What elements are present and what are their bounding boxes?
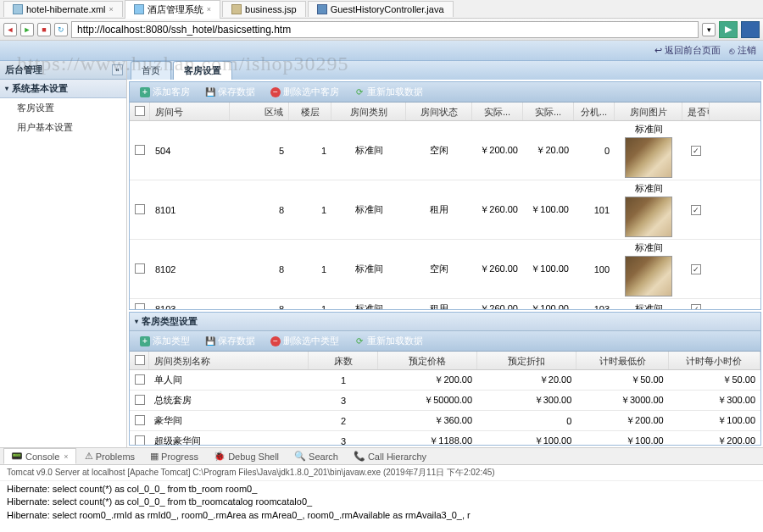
col-type[interactable]: 房间类别 [331,103,406,120]
progress-tab[interactable]: ▦ Progress [143,449,205,463]
col-room-num[interactable]: 房间号 [150,103,230,120]
delete-categories-button[interactable]: −删除选中类型 [264,333,346,349]
tab-hotel-system[interactable]: 酒店管理系统× [125,0,220,19]
cell-floor: 1 [289,261,331,278]
dropdown-button[interactable]: ▾ [702,23,716,36]
col-ext[interactable]: 分机... [574,103,615,120]
debug-shell-tab[interactable]: 🐞 Debug Shell [207,449,286,463]
url-input[interactable] [71,21,699,38]
sidebar-section-system[interactable]: 系统基本设置 [0,80,126,98]
col-price[interactable]: 实际... [472,103,523,120]
categories-title: 客房类型设置 [130,313,760,331]
cell-price: ￥260.00 [472,200,523,219]
tab-hotel-hibernate[interactable]: hotel-hibernate.xml× [3,1,123,17]
cell-pre-discount: ￥300.00 [477,391,576,410]
call-hierarchy-tab[interactable]: 📞 Call Hierarchy [347,449,433,463]
cell-discount: ￥100.00 [523,200,574,219]
col-cat-name[interactable]: 房间类别名称 [149,352,309,369]
col-hour-min[interactable]: 计时最低价 [576,352,668,369]
available-checkbox[interactable] [691,304,701,309]
row-checkbox[interactable] [135,145,145,155]
close-icon[interactable]: × [64,452,68,461]
refresh-icon: ⟳ [354,87,365,97]
stop-button[interactable]: ■ [37,23,51,36]
col-status[interactable]: 房间状态 [406,103,472,120]
table-row[interactable]: 单人间1￥200.00￥20.00￥50.00￥50.00 [130,370,760,391]
room-thumbnail [625,197,672,237]
categories-grid-header: 房间类别名称 床数 预定价格 预定折扣 计时最低价 计时每小时价 [130,352,760,370]
logout-link[interactable]: 注销 [729,44,756,57]
sidebar-item-user-setting[interactable]: 用户基本设置 [0,118,126,137]
col-pre-discount[interactable]: 预定折扣 [477,352,576,369]
cell-discount: ￥20.00 [523,141,574,160]
row-checkbox[interactable] [135,415,145,425]
col-hour-rate[interactable]: 计时每小时价 [669,352,760,369]
col-discount[interactable]: 实际... [523,103,574,120]
row-checkbox[interactable] [135,303,145,310]
save-rooms-button[interactable]: 💾保存数据 [198,84,262,100]
cell-beds: 2 [309,413,378,429]
cell-pre-discount: 0 [477,413,576,429]
cell-price: ￥200.00 [472,141,523,160]
cell-pre-price: ￥50000.00 [378,391,477,410]
available-checkbox[interactable] [691,146,701,156]
save-categories-button[interactable]: 💾保存数据 [198,333,262,349]
tab-guest-controller[interactable]: GuestHistoryController.java [308,1,454,17]
row-checkbox[interactable] [135,263,145,274]
row-checkbox[interactable] [135,204,145,214]
refresh-categories-button[interactable]: ⟳重新加载数据 [348,333,430,349]
add-room-button[interactable]: +添加客房 [133,84,197,100]
close-icon[interactable]: × [109,5,114,14]
table-row[interactable]: 超级豪华间3￥1188.00￥100.00￥100.00￥200.00 [130,431,760,445]
cell-image: 标准间 [615,121,682,181]
row-checkbox[interactable] [135,435,145,446]
cell-type: 标准间 [331,259,406,279]
delete-rooms-button[interactable]: −删除选中客房 [264,84,346,100]
col-area[interactable]: 区域 [230,103,289,120]
console-area: 📟 Console× ⚠ Problems ▦ Progress 🐞 Debug… [0,447,763,524]
close-icon[interactable]: × [207,5,211,14]
refresh-rooms-button[interactable]: ⟳重新加载数据 [348,84,430,100]
console-tab[interactable]: 📟 Console× [3,448,76,464]
col-pre-price[interactable]: 预定价格 [378,352,477,369]
console-launch-info: Tomcat v9.0 Server at localhost [Apache … [0,465,763,481]
tab-room-setting[interactable]: 客房设置 [173,61,232,80]
tab-home[interactable]: 首页 [131,61,171,80]
col-floor[interactable]: 楼层 [289,103,331,120]
sidebar-item-room-setting[interactable]: 客房设置 [0,98,126,118]
back-to-front-link[interactable]: 返回前台页面 [654,44,721,57]
col-image[interactable]: 房间图片 [615,103,682,120]
available-checkbox[interactable] [691,205,701,215]
tab-business-jsp[interactable]: business.jsp [222,1,306,17]
sidebar-header: 后台管理« [0,61,126,80]
external-button[interactable] [741,21,760,38]
select-all-checkbox[interactable] [135,106,145,116]
cell-room-num: 8103 [150,301,230,310]
add-category-button[interactable]: +添加类型 [133,333,197,349]
row-checkbox[interactable] [135,395,145,405]
row-checkbox[interactable] [135,374,145,385]
categories-grid-body: 单人间1￥200.00￥20.00￥50.00￥50.00总统套房3￥50000… [130,370,760,445]
table-row[interactable]: 810381标准间租用￥260.00￥100.00103标准间 [130,299,760,309]
refresh-button[interactable]: ↻ [54,23,68,36]
select-all-checkbox[interactable] [135,355,145,365]
table-row[interactable]: 810181标准间租用￥260.00￥100.00101标准间 [130,180,760,240]
available-checkbox[interactable] [691,264,701,274]
cell-hour-rate: ￥100.00 [669,411,760,430]
save-icon: 💾 [205,336,215,346]
problems-tab[interactable]: ⚠ Problems [78,449,142,463]
go-button[interactable]: ▶ [719,21,738,38]
table-row[interactable]: 810281标准间空闲￥260.00￥100.00100标准间 [130,240,760,299]
save-icon: 💾 [205,87,215,97]
col-beds[interactable]: 床数 [309,352,378,369]
cell-pre-discount: ￥20.00 [477,370,576,390]
table-row[interactable]: 总统套房3￥50000.00￥300.00￥3000.00￥300.00 [130,391,760,411]
col-available[interactable]: 是否可... [682,103,710,120]
search-tab[interactable]: 🔍 Search [287,449,345,463]
cell-beds: 3 [309,433,378,446]
forward-button[interactable]: ► [20,23,34,36]
table-row[interactable]: 50451标准间空闲￥200.00￥20.000标准间 [130,121,760,180]
back-button[interactable]: ◄ [3,23,17,36]
table-row[interactable]: 豪华间2￥360.000￥200.00￥100.00 [130,411,760,431]
collapse-icon[interactable]: « [112,64,123,75]
